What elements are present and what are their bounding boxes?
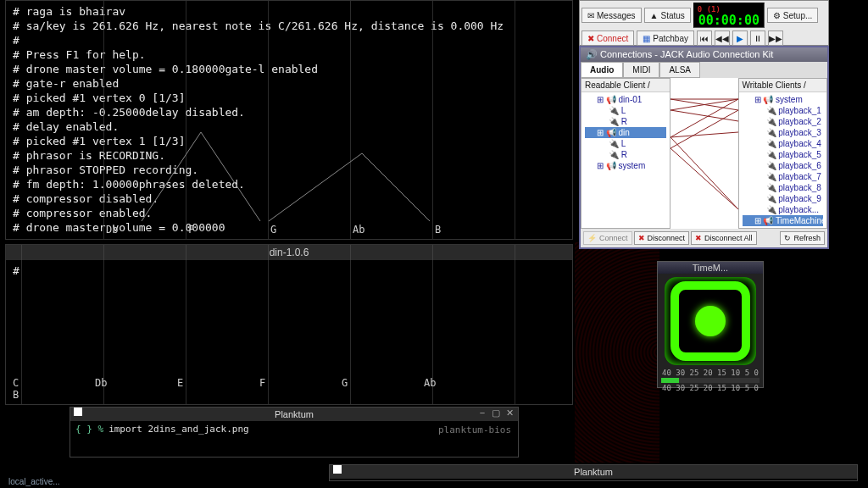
tree-item[interactable]: ⊞ 📢 din-01 xyxy=(585,94,666,105)
tree-item[interactable]: ⊞ 📢 TimeMachine xyxy=(743,215,824,226)
tree-port[interactable]: 🔌 R xyxy=(585,116,666,127)
tree-port[interactable]: 🔌 R xyxy=(585,149,666,160)
connections-window: 🔊 Connections - JACK Audio Connection Ki… xyxy=(579,46,829,249)
tab-alsa[interactable]: ALSA xyxy=(659,62,700,78)
tree-port[interactable]: 🔌 L xyxy=(585,138,666,149)
status-button[interactable]: ▲Status xyxy=(644,8,691,23)
tab-audio[interactable]: Audio xyxy=(581,62,623,78)
tree-port[interactable]: 🔌 playback... xyxy=(743,204,824,215)
svg-line-7 xyxy=(670,148,738,209)
tree-port[interactable]: 🔌 playback_2 xyxy=(743,116,824,127)
connections-titlebar[interactable]: 🔊 Connections - JACK Audio Connection Ki… xyxy=(581,47,827,62)
readable-clients-panel: Readable Client / ⊞ 📢 din-01🔌 L🔌 R⊞ 📢 di… xyxy=(581,78,670,229)
taskbar-item[interactable]: local_active... xyxy=(8,477,60,486)
readable-header[interactable]: Readable Client / xyxy=(581,79,670,92)
minimize-icon[interactable]: − xyxy=(477,408,487,418)
bios-label: planktum-bios xyxy=(438,424,511,435)
tree-item[interactable]: ⊞ 📢 din xyxy=(585,127,666,138)
jack-timer: 0 (1) 00:00:00 xyxy=(693,3,765,28)
conn-connect-button[interactable]: ⚡Connect xyxy=(583,231,632,245)
tree-port[interactable]: 🔌 playback_9 xyxy=(743,193,824,204)
tree-port[interactable]: 🔌 playback_8 xyxy=(743,182,824,193)
timemachine-window: TimeM... 40 30 25 20 15 10 5 0 40 30 25 … xyxy=(657,261,764,388)
writable-header[interactable]: Writable Clients / xyxy=(739,79,827,92)
level-meter xyxy=(661,378,760,383)
conn-disconnect-all-button[interactable]: ✖Disconnect All xyxy=(691,231,757,245)
jack-toolbar: ✉Messages ▲Status 0 (1) 00:00:00 ⚙Setup.… xyxy=(579,0,829,46)
tree-item[interactable]: ⊞ 📢 system xyxy=(585,160,666,171)
connection-wires xyxy=(670,78,738,229)
app-icon xyxy=(333,465,342,474)
record-button[interactable] xyxy=(665,277,756,365)
tree-port[interactable]: 🔌 playback_6 xyxy=(743,160,824,171)
planktum-terminal[interactable]: Planktum − ▢ ✕ { } % import 2dins_and_ja… xyxy=(70,407,519,458)
tree-port[interactable]: 🔌 playback_3 xyxy=(743,127,824,138)
tab-midi[interactable]: MIDI xyxy=(623,62,659,78)
tree-port[interactable]: 🔌 playback_5 xyxy=(743,149,824,160)
conn-refresh-button[interactable]: ↻Refresh xyxy=(780,231,825,245)
timemachine-title[interactable]: TimeM... xyxy=(658,262,763,274)
svg-line-5 xyxy=(670,132,738,137)
rewind-full-button[interactable]: ⏮ xyxy=(697,30,712,46)
tree-port[interactable]: 🔌 playback_1 xyxy=(743,105,824,116)
patchbay-button[interactable]: ▦Patchbay xyxy=(637,30,694,46)
note-labels-bottom: CDbEFGAbB xyxy=(13,377,572,401)
setup-button[interactable]: ⚙Setup... xyxy=(767,8,818,23)
planktum-terminal-2[interactable]: Planktum xyxy=(329,464,858,481)
svg-line-8 xyxy=(670,137,738,209)
writable-clients-panel: Writable Clients / ⊞ 📢 system🔌 playback_… xyxy=(738,78,828,229)
play-button[interactable]: ▶ xyxy=(732,30,748,46)
messages-button[interactable]: ✉Messages xyxy=(581,8,642,23)
note-labels-top: DbFGAbB xyxy=(13,224,517,236)
forward-button[interactable]: ▶▶ xyxy=(768,30,783,46)
shell-prompt: { } % xyxy=(75,424,103,435)
meter-scale: 40 30 25 20 15 10 5 0 xyxy=(658,369,763,377)
tree-item[interactable]: ⊞ 📢 system xyxy=(743,94,824,105)
maximize-icon[interactable]: ▢ xyxy=(491,408,501,418)
pause-button[interactable]: ⏸ xyxy=(750,30,765,46)
shell-command[interactable]: import 2dins_and_jack.png xyxy=(108,424,249,435)
planktum-title: Planktum xyxy=(275,409,314,419)
app-icon xyxy=(74,408,82,416)
connect-button[interactable]: ✖Connect xyxy=(581,30,634,46)
tree-port[interactable]: 🔌 L xyxy=(585,105,666,116)
close-icon[interactable]: ✕ xyxy=(504,408,515,418)
tree-port[interactable]: 🔌 playback_4 xyxy=(743,138,824,149)
tree-port[interactable]: 🔌 playback_7 xyxy=(743,171,824,182)
conn-disconnect-button[interactable]: ✖Disconnect xyxy=(634,231,690,245)
rewind-button[interactable]: ◀◀ xyxy=(715,30,730,46)
